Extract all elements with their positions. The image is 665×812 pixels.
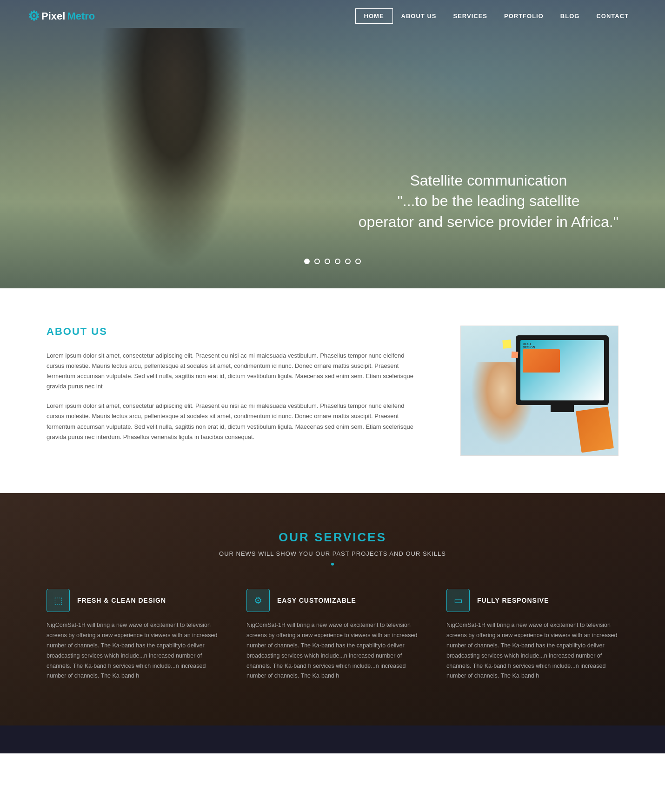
- about-image: BESTDESIGN: [460, 326, 618, 456]
- dot-2[interactable]: [314, 259, 320, 264]
- service-icon-row-1: ⬚ FRESH & CLEAN DESIGN: [47, 589, 219, 612]
- gear-icon: ⚙: [254, 595, 262, 606]
- nav-contact[interactable]: CONTACT: [588, 9, 637, 23]
- book-prop: [576, 407, 614, 453]
- services-dot-divider: [331, 563, 334, 566]
- dot-1[interactable]: [304, 259, 310, 264]
- sticky-note-2: [512, 352, 519, 359]
- hero-text-block: Satellite communication "...to be the le…: [359, 170, 618, 233]
- service-name-1: FRESH & CLEAN DESIGN: [77, 597, 166, 604]
- services-section: OUR SERVICES OUR NEWS WILL SHOW YOU OUR …: [0, 493, 665, 725]
- hero-headline: Satellite communication "...to be the le…: [359, 170, 618, 233]
- about-content: ABOUT US Lorem ipsum dolor sit amet, con…: [47, 326, 423, 452]
- mobile-icon: ▭: [454, 595, 463, 606]
- hero-section: Satellite communication "...to be the le…: [0, 0, 665, 288]
- service-item-custom: ⚙ EASY CUSTOMIZABLE NigComSat-1R will br…: [246, 589, 419, 681]
- about-title: ABOUT US: [47, 326, 423, 338]
- service-item-design: ⬚ FRESH & CLEAN DESIGN NigComSat-1R will…: [47, 589, 219, 681]
- nav-blog[interactable]: BLOG: [552, 9, 588, 23]
- monitor-icon: ⬚: [54, 595, 63, 606]
- sticky-note-1: [502, 339, 512, 349]
- header: ⚙ PixelMetro HOME ABOUT US SERVICES PORT…: [0, 0, 665, 32]
- services-subtitle: OUR NEWS WILL SHOW YOU OUR PAST PROJECTS…: [47, 550, 618, 557]
- logo-metro: Metro: [67, 10, 95, 22]
- dot-6[interactable]: [355, 259, 361, 264]
- hero-line2: "...to be the leading satellite: [397, 193, 579, 209]
- dot-3[interactable]: [325, 259, 330, 264]
- service-desc-1: NigComSat-1R will bring a new wave of ex…: [47, 620, 219, 681]
- services-header: OUR SERVICES OUR NEWS WILL SHOW YOU OUR …: [47, 530, 618, 566]
- service-name-3: FULLY RESPONSIVE: [477, 597, 549, 604]
- services-grid: ⬚ FRESH & CLEAN DESIGN NigComSat-1R will…: [47, 589, 618, 681]
- nav-services[interactable]: SERVICES: [445, 9, 496, 23]
- hero-person-silhouette: [100, 28, 249, 270]
- logo-icon: ⚙: [28, 8, 40, 24]
- about-image-inner: BESTDESIGN: [461, 326, 618, 455]
- service-icon-row-3: ▭ FULLY RESPONSIVE: [446, 589, 618, 612]
- service-icon-box-1: ⬚: [47, 589, 70, 612]
- about-paragraph1: Lorem ipsum dolor sit amet, consectetur …: [47, 351, 423, 392]
- dot-5[interactable]: [345, 259, 351, 264]
- hero-line1: Satellite communication: [410, 172, 567, 189]
- logo[interactable]: ⚙ PixelMetro: [28, 8, 95, 24]
- footer: [0, 725, 665, 753]
- service-icon-box-3: ▭: [446, 589, 470, 612]
- service-desc-2: NigComSat-1R will bring a new wave of ex…: [246, 620, 419, 681]
- nav-portfolio[interactable]: PORTFOLIO: [496, 9, 552, 23]
- service-item-responsive: ▭ FULLY RESPONSIVE NigComSat-1R will bri…: [446, 589, 618, 681]
- about-paragraph2: Lorem ipsum dolor sit amet, consectetur …: [47, 401, 423, 442]
- service-name-2: EASY CUSTOMIZABLE: [277, 597, 356, 604]
- about-section: ABOUT US Lorem ipsum dolor sit amet, con…: [0, 288, 665, 493]
- service-icon-box-2: ⚙: [246, 589, 270, 612]
- hero-line3: operator and service provider in Africa.…: [359, 213, 618, 230]
- service-icon-row-2: ⚙ EASY CUSTOMIZABLE: [246, 589, 419, 612]
- dot-4[interactable]: [335, 259, 340, 264]
- hero-dots: [304, 259, 361, 264]
- logo-pixel: Pixel: [41, 10, 65, 22]
- services-title: OUR SERVICES: [47, 530, 618, 545]
- nav-about[interactable]: ABOUT US: [393, 9, 445, 23]
- nav-home[interactable]: HOME: [355, 8, 393, 24]
- service-desc-3: NigComSat-1R will bring a new wave of ex…: [446, 620, 618, 681]
- monitor-image: BESTDESIGN: [516, 335, 609, 405]
- main-nav: HOME ABOUT US SERVICES PORTFOLIO BLOG CO…: [355, 8, 637, 24]
